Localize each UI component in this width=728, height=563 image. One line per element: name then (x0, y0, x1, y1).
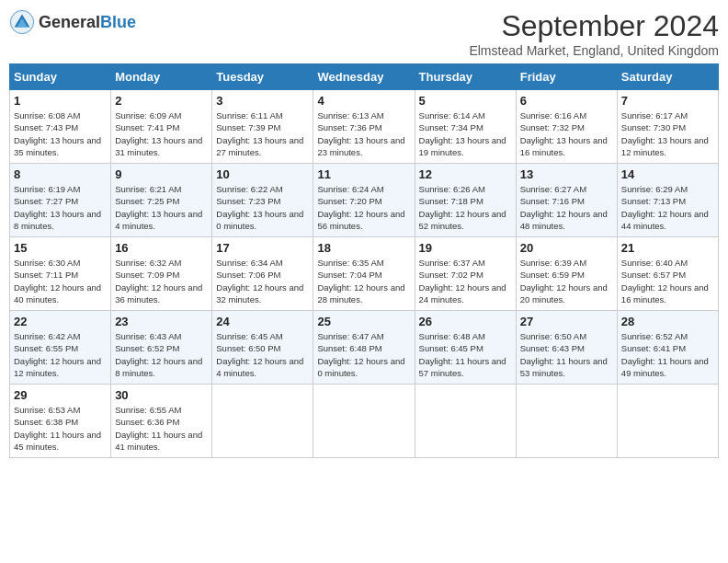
day-number: 5 (419, 94, 512, 108)
day-number: 10 (216, 167, 309, 181)
weekday-header-row: SundayMondayTuesdayWednesdayThursdayFrid… (10, 64, 719, 90)
calendar-cell: 4Sunrise: 6:13 AMSunset: 7:36 PMDaylight… (313, 90, 415, 164)
calendar-cell: 22Sunrise: 6:42 AMSunset: 6:55 PMDayligh… (10, 311, 111, 385)
day-number: 15 (14, 241, 107, 255)
day-number: 30 (115, 388, 208, 402)
page-header: GeneralBlue September 2024 Elmstead Mark… (9, 9, 719, 58)
day-info: Sunrise: 6:14 AMSunset: 7:34 PMDaylight:… (419, 109, 512, 158)
calendar-cell (313, 385, 415, 458)
logo-text: GeneralBlue (39, 14, 136, 31)
calendar-cell: 8Sunrise: 6:19 AMSunset: 7:27 PMDaylight… (10, 164, 111, 237)
day-info: Sunrise: 6:24 AMSunset: 7:20 PMDaylight:… (317, 183, 410, 232)
calendar-cell: 9Sunrise: 6:21 AMSunset: 7:25 PMDaylight… (111, 164, 212, 237)
calendar-week-row: 8Sunrise: 6:19 AMSunset: 7:27 PMDaylight… (10, 164, 719, 237)
calendar-cell: 28Sunrise: 6:52 AMSunset: 6:41 PMDayligh… (617, 311, 718, 385)
calendar-week-row: 15Sunrise: 6:30 AMSunset: 7:11 PMDayligh… (10, 237, 719, 311)
calendar-cell: 5Sunrise: 6:14 AMSunset: 7:34 PMDaylight… (415, 90, 516, 164)
calendar-cell: 24Sunrise: 6:45 AMSunset: 6:50 PMDayligh… (212, 311, 313, 385)
day-info: Sunrise: 6:26 AMSunset: 7:18 PMDaylight:… (419, 183, 512, 232)
calendar-cell: 30Sunrise: 6:55 AMSunset: 6:36 PMDayligh… (111, 385, 212, 458)
calendar-cell (212, 385, 313, 458)
day-number: 17 (216, 241, 309, 255)
day-number: 23 (115, 315, 208, 328)
day-info: Sunrise: 6:19 AMSunset: 7:27 PMDaylight:… (14, 183, 107, 232)
day-number: 22 (14, 315, 107, 328)
day-info: Sunrise: 6:35 AMSunset: 7:04 PMDaylight:… (317, 257, 410, 305)
day-info: Sunrise: 6:32 AMSunset: 7:09 PMDaylight:… (115, 257, 208, 305)
calendar-cell: 1Sunrise: 6:08 AMSunset: 7:43 PMDaylight… (10, 90, 111, 164)
day-info: Sunrise: 6:40 AMSunset: 6:57 PMDaylight:… (621, 257, 714, 305)
day-info: Sunrise: 6:30 AMSunset: 7:11 PMDaylight:… (14, 257, 107, 305)
calendar-week-row: 1Sunrise: 6:08 AMSunset: 7:43 PMDaylight… (10, 90, 719, 164)
calendar-week-row: 22Sunrise: 6:42 AMSunset: 6:55 PMDayligh… (10, 311, 719, 385)
day-number: 3 (216, 94, 309, 108)
day-info: Sunrise: 6:48 AMSunset: 6:45 PMDaylight:… (419, 330, 512, 379)
calendar-cell: 12Sunrise: 6:26 AMSunset: 7:18 PMDayligh… (415, 164, 516, 237)
calendar-cell (415, 385, 516, 458)
day-info: Sunrise: 6:52 AMSunset: 6:41 PMDaylight:… (621, 330, 714, 379)
logo: GeneralBlue (9, 9, 136, 35)
weekday-header-sunday: Sunday (10, 64, 111, 90)
calendar-cell: 16Sunrise: 6:32 AMSunset: 7:09 PMDayligh… (111, 237, 212, 311)
calendar-cell: 25Sunrise: 6:47 AMSunset: 6:48 PMDayligh… (313, 311, 415, 385)
calendar-cell: 19Sunrise: 6:37 AMSunset: 7:02 PMDayligh… (415, 237, 516, 311)
day-number: 18 (317, 241, 410, 255)
day-number: 8 (14, 167, 107, 181)
calendar-cell: 29Sunrise: 6:53 AMSunset: 6:38 PMDayligh… (10, 385, 111, 458)
calendar-cell: 20Sunrise: 6:39 AMSunset: 6:59 PMDayligh… (516, 237, 617, 311)
day-info: Sunrise: 6:47 AMSunset: 6:48 PMDaylight:… (317, 330, 410, 379)
weekday-header-tuesday: Tuesday (212, 64, 313, 90)
day-info: Sunrise: 6:16 AMSunset: 7:32 PMDaylight:… (520, 109, 613, 158)
day-number: 14 (621, 167, 714, 181)
day-number: 12 (419, 167, 512, 181)
day-number: 6 (520, 94, 613, 108)
location-title: Elmstead Market, England, United Kingdom (469, 43, 719, 58)
calendar-cell: 13Sunrise: 6:27 AMSunset: 7:16 PMDayligh… (516, 164, 617, 237)
day-number: 20 (520, 241, 613, 255)
day-number: 1 (14, 94, 107, 108)
day-info: Sunrise: 6:43 AMSunset: 6:52 PMDaylight:… (115, 330, 208, 379)
day-info: Sunrise: 6:39 AMSunset: 6:59 PMDaylight:… (520, 257, 613, 305)
day-number: 24 (216, 315, 309, 328)
calendar-cell: 17Sunrise: 6:34 AMSunset: 7:06 PMDayligh… (212, 237, 313, 311)
calendar-cell: 7Sunrise: 6:17 AMSunset: 7:30 PMDaylight… (617, 90, 718, 164)
day-info: Sunrise: 6:08 AMSunset: 7:43 PMDaylight:… (14, 109, 107, 158)
day-number: 2 (115, 94, 208, 108)
day-number: 19 (419, 241, 512, 255)
month-title: September 2024 (469, 9, 719, 43)
calendar-cell: 6Sunrise: 6:16 AMSunset: 7:32 PMDaylight… (516, 90, 617, 164)
logo-icon (9, 9, 35, 35)
calendar-cell (516, 385, 617, 458)
weekday-header-thursday: Thursday (415, 64, 516, 90)
weekday-header-saturday: Saturday (617, 64, 718, 90)
day-number: 28 (621, 315, 714, 328)
day-number: 11 (317, 167, 410, 181)
weekday-header-wednesday: Wednesday (313, 64, 415, 90)
day-info: Sunrise: 6:55 AMSunset: 6:36 PMDaylight:… (115, 404, 208, 453)
day-number: 25 (317, 315, 410, 328)
logo-blue: Blue (100, 13, 136, 31)
day-info: Sunrise: 6:50 AMSunset: 6:43 PMDaylight:… (520, 330, 613, 379)
calendar-cell: 11Sunrise: 6:24 AMSunset: 7:20 PMDayligh… (313, 164, 415, 237)
day-number: 26 (419, 315, 512, 328)
day-number: 21 (621, 241, 714, 255)
calendar-cell: 14Sunrise: 6:29 AMSunset: 7:13 PMDayligh… (617, 164, 718, 237)
day-number: 27 (520, 315, 613, 328)
calendar-cell: 27Sunrise: 6:50 AMSunset: 6:43 PMDayligh… (516, 311, 617, 385)
calendar-cell: 26Sunrise: 6:48 AMSunset: 6:45 PMDayligh… (415, 311, 516, 385)
day-info: Sunrise: 6:42 AMSunset: 6:55 PMDaylight:… (14, 330, 107, 379)
day-info: Sunrise: 6:53 AMSunset: 6:38 PMDaylight:… (14, 404, 107, 453)
day-info: Sunrise: 6:09 AMSunset: 7:41 PMDaylight:… (115, 109, 208, 158)
calendar-cell: 23Sunrise: 6:43 AMSunset: 6:52 PMDayligh… (111, 311, 212, 385)
day-number: 4 (317, 94, 410, 108)
day-info: Sunrise: 6:27 AMSunset: 7:16 PMDaylight:… (520, 183, 613, 232)
calendar-cell: 18Sunrise: 6:35 AMSunset: 7:04 PMDayligh… (313, 237, 415, 311)
calendar-week-row: 29Sunrise: 6:53 AMSunset: 6:38 PMDayligh… (10, 385, 719, 458)
day-info: Sunrise: 6:22 AMSunset: 7:23 PMDaylight:… (216, 183, 309, 232)
day-number: 13 (520, 167, 613, 181)
day-info: Sunrise: 6:13 AMSunset: 7:36 PMDaylight:… (317, 109, 410, 158)
calendar-cell (617, 385, 718, 458)
weekday-header-friday: Friday (516, 64, 617, 90)
day-number: 9 (115, 167, 208, 181)
calendar-table: SundayMondayTuesdayWednesdayThursdayFrid… (9, 63, 719, 458)
